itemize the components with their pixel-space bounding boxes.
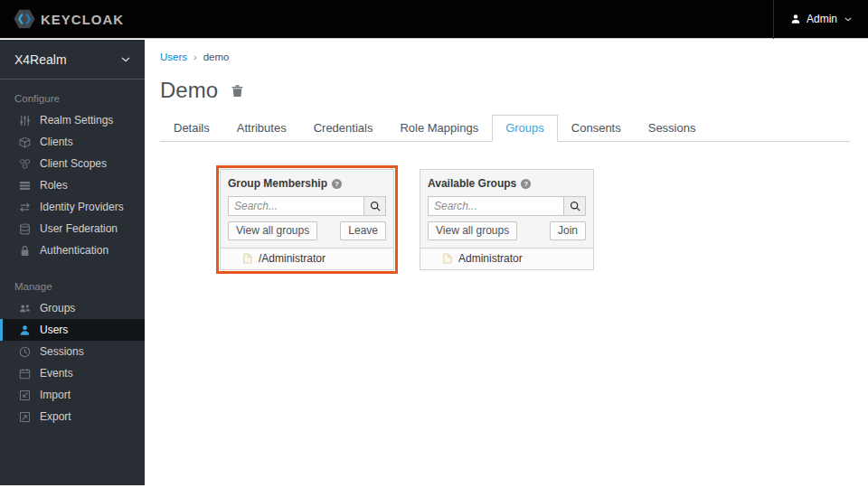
main-content: Users › demo Demo Details Attributes Cre… [145, 40, 868, 488]
breadcrumb: Users › demo [160, 52, 850, 62]
group-item-label: /Administrator [259, 252, 326, 265]
file-icon [243, 253, 252, 264]
tab-sessions[interactable]: Sessions [635, 115, 710, 142]
sidebar-item-label: Roles [40, 179, 68, 192]
group-item-label: Administrator [458, 252, 523, 265]
calendar-icon [18, 367, 31, 380]
group-item-administrator[interactable]: Administrator [443, 252, 586, 265]
group-membership-panel: Group Membership View all groups Leave [220, 169, 394, 270]
tab-attributes[interactable]: Attributes [223, 115, 300, 142]
section-label-configure: Configure [0, 80, 145, 109]
sidebar-item-clients[interactable]: Clients [0, 131, 145, 153]
realm-selector[interactable]: X4Realm [0, 40, 145, 80]
sidebar-item-roles[interactable]: Roles [0, 174, 145, 196]
import-icon [18, 389, 31, 401]
search-icon[interactable] [364, 196, 386, 216]
tab-consents[interactable]: Consents [558, 115, 635, 142]
breadcrumb-separator: › [193, 52, 197, 62]
tab-role-mappings[interactable]: Role Mappings [386, 115, 492, 142]
sidebar-item-label: Events [40, 367, 73, 380]
keycloak-logo: KEYCLOAK [0, 9, 124, 29]
sidebar-item-label: Users [40, 324, 68, 336]
section-label-manage: Manage [0, 261, 145, 297]
export-icon [18, 410, 31, 423]
group-membership-search-input[interactable] [228, 196, 364, 216]
sidebar-item-events[interactable]: Events [0, 362, 145, 384]
view-all-groups-button[interactable]: View all groups [228, 221, 317, 240]
tab-details[interactable]: Details [160, 115, 223, 142]
breadcrumb-current: demo [203, 52, 230, 62]
sidebar-item-label: Identity Providers [40, 201, 124, 213]
user-menu[interactable]: Admin [773, 0, 866, 39]
cube-icon [18, 136, 31, 148]
trash-icon[interactable] [231, 84, 244, 98]
file-icon [443, 253, 452, 264]
available-groups-title: Available Groups [428, 177, 516, 190]
sidebar-item-sessions[interactable]: Sessions [0, 341, 145, 362]
sidebar-item-label: Clients [40, 136, 73, 148]
sidebar-item-user-federation[interactable]: User Federation [0, 218, 145, 239]
realm-name: X4Realm [14, 52, 67, 67]
available-groups-panel: Available Groups View all groups Join [420, 169, 594, 270]
view-all-groups-button[interactable]: View all groups [428, 221, 517, 240]
list-icon [18, 179, 31, 192]
sidebar-item-label: Sessions [40, 345, 84, 358]
group-item-administrator[interactable]: /Administrator [243, 252, 386, 265]
sidebar-item-label: Realm Settings [40, 114, 113, 127]
help-icon [521, 179, 531, 189]
group-membership-title: Group Membership [228, 177, 327, 190]
top-header: KEYCLOAK Admin [0, 0, 868, 39]
sidebar-item-import[interactable]: Import [0, 384, 145, 406]
help-icon [332, 179, 342, 189]
sidebar-item-label: Authentication [40, 244, 108, 257]
cubes-icon [18, 157, 31, 170]
sidebar-item-groups[interactable]: Groups [0, 297, 145, 319]
user-icon [18, 324, 31, 336]
sidebar-item-export[interactable]: Export [0, 406, 145, 427]
sidebar-item-realm-settings[interactable]: Realm Settings [0, 109, 145, 131]
tab-bar: Details Attributes Credentials Role Mapp… [160, 115, 850, 142]
lock-icon [18, 244, 31, 257]
user-menu-label: Admin [807, 13, 837, 25]
chevron-down-icon [844, 17, 852, 22]
clock-icon [18, 345, 31, 358]
sidebar-item-label: Groups [40, 302, 75, 314]
user-icon [790, 14, 801, 24]
sidebar-item-client-scopes[interactable]: Client Scopes [0, 153, 145, 174]
sidebar-item-identity-providers[interactable]: Identity Providers [0, 196, 145, 218]
keycloak-hexagon-icon [14, 9, 35, 29]
database-icon [18, 222, 31, 235]
tab-groups[interactable]: Groups [492, 115, 558, 142]
join-button[interactable]: Join [550, 221, 586, 240]
page-title: Demo [160, 78, 218, 103]
sidebar-item-label: Import [40, 389, 71, 401]
sidebar-item-label: Client Scopes [40, 157, 107, 170]
sidebar-item-label: User Federation [40, 222, 118, 235]
leave-button[interactable]: Leave [340, 221, 386, 240]
available-groups-search-input[interactable] [428, 196, 564, 216]
sidebar-item-authentication[interactable]: Authentication [0, 239, 145, 261]
exchange-icon [18, 201, 31, 213]
sidebar-item-users[interactable]: Users [0, 319, 145, 341]
search-icon[interactable] [564, 196, 586, 216]
chevron-down-icon [121, 57, 130, 62]
breadcrumb-users-link[interactable]: Users [160, 52, 187, 62]
brand-title: KEYCLOAK [41, 12, 124, 27]
sliders-icon [18, 114, 31, 127]
sidebar: X4Realm Configure Realm Settings Clients… [0, 40, 145, 485]
tab-credentials[interactable]: Credentials [300, 115, 387, 142]
group-icon [18, 302, 31, 314]
sidebar-item-label: Export [40, 410, 71, 423]
